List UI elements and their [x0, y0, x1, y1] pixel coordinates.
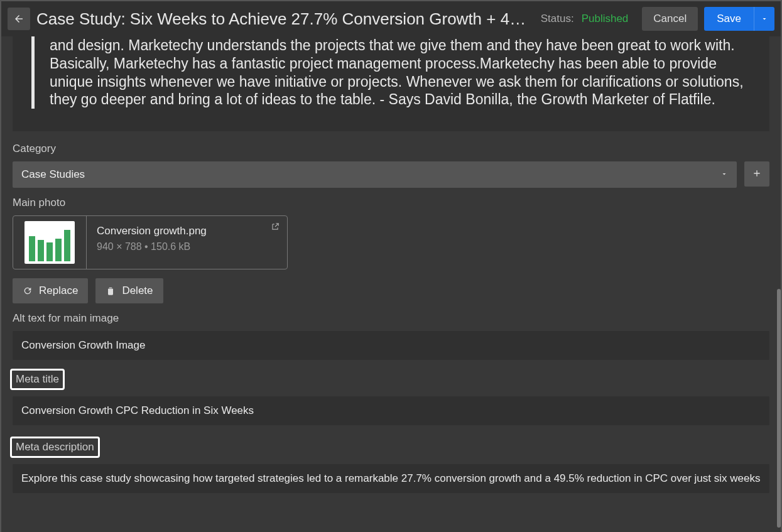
main-photo-label: Main photo: [13, 197, 769, 209]
content-area: and design. Marketechy understands the p…: [0, 36, 782, 532]
top-bar: Case Study: Six Weeks to Achieve 27.7% C…: [0, 0, 782, 36]
status-label: Status:: [541, 13, 574, 25]
delete-label: Delete: [122, 285, 153, 297]
category-select[interactable]: Case Studies: [13, 161, 737, 188]
chart-thumbnail-icon: [24, 221, 75, 264]
save-button[interactable]: Save: [704, 7, 754, 31]
plus-icon: [752, 168, 762, 178]
page-title: Case Study: Six Weeks to Achieve 27.7% C…: [36, 9, 535, 29]
trash-icon: [106, 286, 116, 296]
caret-down-icon: [720, 168, 728, 181]
category-selected-value: Case Studies: [21, 168, 85, 180]
open-external-button[interactable]: [271, 222, 280, 234]
external-link-icon: [271, 222, 280, 231]
photo-card: Conversion growth.png 940 × 788 • 150.6 …: [13, 215, 288, 269]
chevron-down-icon: [761, 15, 768, 23]
save-button-group: Save: [704, 7, 774, 31]
meta-description-label: Meta description: [16, 441, 94, 453]
arrow-left-icon: [13, 13, 24, 24]
scrollbar-track[interactable]: [777, 38, 781, 532]
delete-photo-button[interactable]: Delete: [95, 278, 163, 303]
add-category-button[interactable]: [744, 161, 769, 187]
save-dropdown-button[interactable]: [754, 7, 774, 31]
meta-title-input[interactable]: [13, 396, 769, 425]
refresh-icon: [23, 286, 33, 296]
meta-description-input[interactable]: [13, 464, 769, 493]
replace-photo-button[interactable]: Replace: [13, 278, 88, 303]
replace-label: Replace: [39, 285, 78, 297]
back-button[interactable]: [8, 8, 30, 30]
meta-title-label: Meta title: [16, 373, 59, 386]
photo-filename: Conversion growth.png: [97, 225, 277, 237]
body-editor-block[interactable]: and design. Marketechy understands the p…: [13, 36, 769, 131]
photo-meta: Conversion growth.png 940 × 788 • 150.6 …: [86, 216, 287, 269]
meta-description-label-highlight: Meta description: [10, 437, 100, 458]
scrollbar-thumb[interactable]: [777, 289, 781, 528]
status-value: Published: [582, 13, 629, 25]
alt-text-input[interactable]: [13, 331, 769, 360]
cancel-button[interactable]: Cancel: [642, 7, 698, 31]
meta-title-label-highlight: Meta title: [10, 369, 65, 390]
category-label: Category: [13, 143, 769, 155]
quote-text: and design. Marketechy understands the p…: [31, 36, 751, 109]
photo-dimensions: 940 × 788 • 150.6 kB: [97, 241, 277, 252]
alt-text-label: Alt text for main image: [13, 312, 769, 325]
photo-thumbnail[interactable]: [13, 216, 86, 269]
